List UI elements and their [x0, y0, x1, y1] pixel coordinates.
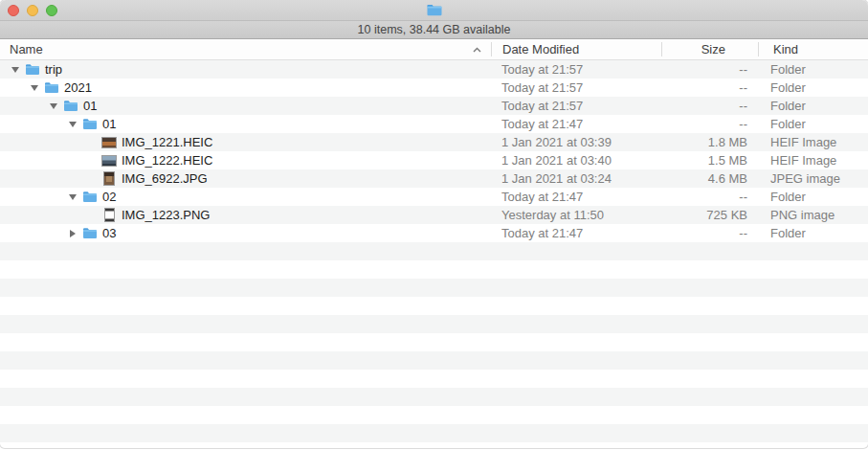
empty-row [0, 297, 868, 315]
file-row[interactable]: IMG_1221.HEIC1 Jan 2021 at 03:391.8 MBHE… [0, 133, 868, 151]
item-kind: Folder [756, 97, 868, 115]
column-header-kind[interactable]: Kind [759, 39, 868, 59]
disclosure-slot [67, 230, 78, 237]
folder-proxy-icon[interactable] [426, 3, 443, 17]
status-bar: 10 items, 38.44 GB available [0, 21, 868, 39]
name-cell: trip [0, 60, 491, 79]
item-kind: Folder [756, 60, 868, 79]
file-row[interactable]: 01Today at 21:47--Folder [0, 115, 868, 133]
file-row[interactable]: IMG_1223.PNGYesterday at 11:50725 KBPNG … [0, 206, 868, 224]
item-size: -- [660, 188, 756, 206]
zoom-button[interactable] [46, 5, 57, 16]
column-label: Name [10, 42, 43, 56]
column-label: Date Modified [502, 42, 579, 56]
folder-icon [82, 226, 98, 241]
empty-row [0, 388, 868, 406]
file-thumbnail-icon [101, 153, 117, 169]
title-bar[interactable] [0, 0, 868, 21]
item-kind: Folder [756, 188, 868, 206]
item-kind: Folder [756, 115, 868, 133]
item-size: 1.5 MB [660, 151, 756, 169]
name-cell: IMG_1222.HEIC [0, 151, 491, 169]
item-name: 01 [102, 115, 116, 133]
disclosure-slot [48, 103, 59, 109]
column-header-row: Name Date Modified Size Kind [0, 39, 868, 60]
item-name: trip [45, 60, 62, 79]
item-date-modified: Today at 21:57 [491, 60, 660, 79]
empty-row [0, 279, 868, 297]
file-thumbnail-icon [101, 171, 117, 187]
item-date-modified: 1 Jan 2021 at 03:39 [491, 133, 660, 151]
item-size: -- [660, 60, 756, 79]
item-kind: Folder [756, 224, 868, 242]
disclosure-triangle-expanded[interactable] [11, 67, 19, 73]
item-kind: HEIF Image [756, 133, 868, 151]
empty-row [0, 260, 868, 279]
column-header-date-modified[interactable]: Date Modified [492, 39, 661, 59]
disclosure-slot [67, 194, 78, 200]
item-date-modified: 1 Jan 2021 at 03:40 [491, 151, 660, 169]
item-date-modified: Today at 21:47 [491, 115, 660, 133]
name-cell: IMG_1221.HEIC [0, 133, 491, 151]
name-cell: IMG_1223.PNG [0, 206, 491, 224]
minimize-button[interactable] [27, 5, 38, 16]
column-header-name[interactable]: Name [0, 39, 491, 59]
file-row[interactable]: 01Today at 21:57--Folder [0, 97, 868, 115]
chevron-up-icon [473, 47, 481, 53]
folder-icon [82, 117, 98, 132]
name-cell: IMG_6922.JPG [0, 169, 491, 188]
item-size: -- [660, 79, 756, 97]
item-name: 01 [83, 97, 97, 115]
disclosure-triangle-collapsed[interactable] [70, 230, 76, 237]
file-list: tripToday at 21:57--Folder2021Today at 2… [0, 60, 868, 448]
item-name: 2021 [64, 79, 92, 97]
file-row[interactable]: 2021Today at 21:57--Folder [0, 79, 868, 97]
close-button[interactable] [8, 5, 19, 16]
folder-icon [25, 62, 40, 78]
empty-row [0, 424, 868, 442]
file-row[interactable]: 02Today at 21:47--Folder [0, 188, 868, 206]
empty-row [0, 333, 868, 351]
folder-icon [63, 99, 78, 114]
name-cell: 03 [0, 224, 491, 242]
empty-row [0, 442, 868, 448]
file-row[interactable]: IMG_1222.HEIC1 Jan 2021 at 03:401.5 MBHE… [0, 151, 868, 169]
traffic-lights [8, 0, 57, 20]
folder-icon [44, 80, 59, 96]
disclosure-triangle-expanded[interactable] [69, 194, 77, 200]
column-header-size[interactable]: Size [662, 39, 758, 59]
name-cell: 02 [0, 188, 491, 206]
disclosure-triangle-expanded[interactable] [31, 85, 38, 91]
item-name: 03 [102, 224, 116, 242]
empty-row [0, 351, 868, 370]
file-thumbnail-icon [101, 135, 117, 150]
finder-window: 10 items, 38.44 GB available Name Date M… [0, 0, 868, 448]
file-row[interactable]: 03Today at 21:47--Folder [0, 224, 868, 242]
item-size: 1.8 MB [660, 133, 756, 151]
item-date-modified: Today at 21:47 [491, 224, 660, 242]
file-thumbnail-icon [101, 208, 117, 223]
item-date-modified: 1 Jan 2021 at 03:24 [491, 169, 660, 188]
item-size: 4.6 MB [660, 169, 756, 188]
disclosure-slot [10, 67, 21, 73]
item-size: 725 KB [660, 206, 756, 224]
file-row[interactable]: tripToday at 21:57--Folder [0, 60, 868, 79]
item-kind: PNG image [756, 206, 868, 224]
empty-row [0, 370, 868, 388]
column-label: Kind [773, 42, 798, 56]
name-cell: 01 [0, 97, 491, 115]
disclosure-triangle-expanded[interactable] [69, 122, 77, 127]
item-size: -- [660, 224, 756, 242]
item-date-modified: Yesterday at 11:50 [491, 206, 660, 224]
file-row[interactable]: IMG_6922.JPG1 Jan 2021 at 03:244.6 MBJPE… [0, 169, 868, 188]
item-name: IMG_1222.HEIC [122, 151, 212, 169]
item-name: 02 [102, 188, 116, 206]
item-date-modified: Today at 21:47 [491, 188, 660, 206]
item-kind: JPEG image [756, 169, 868, 188]
empty-row [0, 242, 868, 260]
item-name: IMG_1223.PNG [122, 206, 211, 224]
column-label: Size [701, 42, 725, 56]
disclosure-triangle-expanded[interactable] [50, 103, 57, 109]
item-date-modified: Today at 21:57 [491, 79, 660, 97]
item-size: -- [660, 97, 756, 115]
